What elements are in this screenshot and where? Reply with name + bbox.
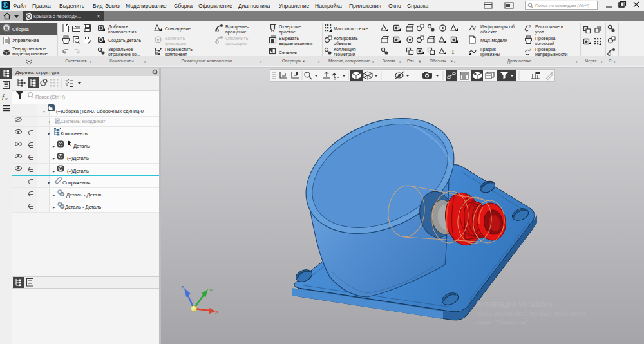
svg-text:X: X <box>215 309 219 315</box>
svg-text:Z: Z <box>181 285 184 291</box>
svg-text:Y: Y <box>209 288 213 294</box>
